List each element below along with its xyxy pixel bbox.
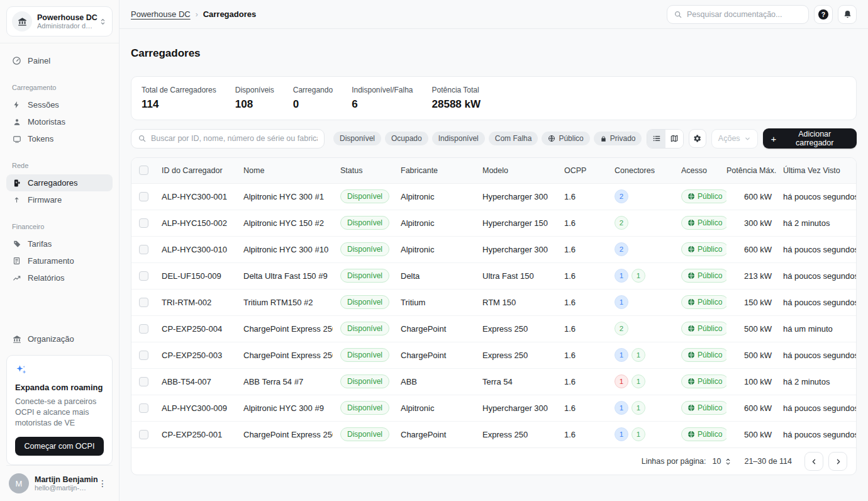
table-row[interactable]: ABB-T54-007 ABB Terra 54 #7 Disponível A… xyxy=(131,368,857,395)
chip-publico[interactable]: Público xyxy=(542,132,589,145)
rows-per-page-select[interactable]: 10 xyxy=(713,457,732,466)
table-row[interactable]: ALP-HYC300-010 Alpitronic HYC 300 #10 Di… xyxy=(131,236,857,262)
sidebar-nav: Painel Carregamento Sessões Motoristas T… xyxy=(0,43,119,501)
sparkles-icon xyxy=(15,364,104,376)
sidebar-item-faturamento[interactable]: Faturamento xyxy=(6,252,113,269)
breadcrumb-parent[interactable]: Powerhouse DC xyxy=(131,9,191,19)
chip-indisponivel[interactable]: Indisponível xyxy=(432,132,485,145)
map-view-button[interactable] xyxy=(665,130,683,148)
cell-model: RTM 150 xyxy=(475,289,557,315)
cell-max-power: 500 kW xyxy=(726,421,774,448)
sidebar-item-label: Painel xyxy=(28,56,50,65)
table-row[interactable]: CP-EXP250-001 ChargePoint Express 250 #1… xyxy=(131,421,857,448)
search-icon xyxy=(138,134,147,143)
cell-max-power: 600 kW xyxy=(726,236,774,262)
cell-charger-id: ALP-HYC300-001 xyxy=(154,183,236,210)
cell-last-seen: há 2 minutos xyxy=(774,210,857,236)
globe-icon xyxy=(687,245,695,253)
row-checkbox[interactable] xyxy=(139,192,148,201)
row-checkbox[interactable] xyxy=(139,351,148,360)
table-row[interactable]: CP-EXP250-003 ChargePoint Express 250 #3… xyxy=(131,342,857,368)
sidebar-item-label: Motoristas xyxy=(28,117,65,127)
chip-privado[interactable]: Privado xyxy=(594,132,642,145)
chargers-table-card: ID do Carregador Nome Status Fabricante … xyxy=(131,157,857,475)
table-footer: Linhas por página: 10 21–30 de 114 xyxy=(131,448,856,475)
stat-disponiveis: Disponíveis 108 xyxy=(235,86,274,111)
access-badge: Público xyxy=(681,427,726,441)
col-header-acesso: Acesso xyxy=(674,158,726,183)
sidebar-item-organizacao[interactable]: Organização xyxy=(6,330,113,347)
table-search-input[interactable] xyxy=(151,134,318,143)
sidebar-item-firmware[interactable]: Firmware xyxy=(6,191,113,208)
row-checkbox[interactable] xyxy=(139,403,148,413)
globe-icon xyxy=(687,272,695,279)
status-badge: Disponível xyxy=(340,374,389,388)
row-checkbox[interactable] xyxy=(139,324,148,334)
chip-com-falha[interactable]: Com Falha xyxy=(489,132,538,145)
rows-per-page-value: 10 xyxy=(713,457,721,466)
cell-model: Hypercharger 300 xyxy=(475,183,557,210)
table-row[interactable]: ALP-HYC300-009 Alpitronic HYC 300 #9 Dis… xyxy=(131,395,857,421)
next-page-button[interactable] xyxy=(828,452,847,471)
notifications-button[interactable] xyxy=(838,5,857,24)
trend-chart-icon xyxy=(12,274,21,283)
access-badge: Público xyxy=(681,322,726,335)
sidebar-item-carregadores[interactable]: Carregadores xyxy=(6,174,113,191)
cell-max-power: 150 kW xyxy=(726,289,774,315)
map-icon xyxy=(670,134,679,143)
docs-search[interactable] xyxy=(667,5,809,24)
connector-count-badge: 1 xyxy=(615,401,628,415)
help-button[interactable]: ? xyxy=(814,5,833,24)
cell-manufacturer: Tritium xyxy=(393,289,475,315)
cell-max-power: 100 kW xyxy=(726,368,774,395)
sidebar-item-relatorios[interactable]: Relatórios xyxy=(6,269,113,286)
table-settings-button[interactable] xyxy=(689,129,706,148)
sidebar-item-motoristas[interactable]: Motoristas xyxy=(6,113,113,130)
start-ocpi-button[interactable]: Começar com OCPI xyxy=(15,437,104,456)
add-charger-button[interactable]: + Adicionar carregador xyxy=(763,128,857,149)
docs-search-input[interactable] xyxy=(687,10,802,19)
charger-icon xyxy=(12,179,21,188)
sidebar-item-tokens[interactable]: Tokens xyxy=(6,130,113,147)
row-checkbox[interactable] xyxy=(139,218,148,228)
user-menu[interactable]: M Martijn Benjamin hello@martijn-benja..… xyxy=(6,465,113,501)
table-header-row: ID do Carregador Nome Status Fabricante … xyxy=(131,158,857,183)
actions-dropdown[interactable]: Ações xyxy=(711,129,758,149)
connector-badges: 11 xyxy=(615,427,645,441)
chip-disponivel[interactable]: Disponível xyxy=(333,132,381,145)
chip-ocupado[interactable]: Ocupado xyxy=(385,132,428,145)
list-view-button[interactable] xyxy=(647,130,665,148)
row-checkbox[interactable] xyxy=(139,271,148,281)
table-row[interactable]: DEL-UF150-009 Delta Ultra Fast 150 #9 Di… xyxy=(131,262,857,289)
cell-manufacturer: ABB xyxy=(393,368,475,395)
col-header-id: ID do Carregador xyxy=(154,158,236,183)
list-icon xyxy=(652,134,661,143)
table-search[interactable] xyxy=(131,129,325,149)
table-row[interactable]: ALP-HYC150-002 Alpitronic HYC 150 #2 Dis… xyxy=(131,210,857,236)
connector-count-badge: 1 xyxy=(615,295,628,309)
bolt-icon xyxy=(12,101,21,109)
cell-charger-name: ChargePoint Express 250 #1 xyxy=(236,421,333,448)
cell-charger-name: Alpitronic HYC 300 #1 xyxy=(236,183,333,210)
user-name: Martijn Benjamin xyxy=(35,475,89,484)
sidebar-item-tarifas[interactable]: Tarifas xyxy=(6,235,113,252)
cell-max-power: 600 kW xyxy=(726,395,774,421)
cell-last-seen: há 2 minutos xyxy=(774,368,857,395)
row-checkbox[interactable] xyxy=(139,377,148,386)
row-checkbox[interactable] xyxy=(139,245,148,254)
prev-page-button[interactable] xyxy=(804,452,823,471)
col-header-conectores: Conectores xyxy=(607,158,674,183)
sidebar-item-label: Faturamento xyxy=(28,256,74,266)
select-all-checkbox[interactable] xyxy=(139,166,148,175)
table-row[interactable]: ALP-HYC300-001 Alpitronic HYC 300 #1 Dis… xyxy=(131,183,857,210)
bell-icon xyxy=(843,9,852,19)
row-checkbox[interactable] xyxy=(139,430,148,439)
sidebar-item-sessoes[interactable]: Sessões xyxy=(6,96,113,113)
cell-max-power: 300 kW xyxy=(726,210,774,236)
org-switcher[interactable]: Powerhouse DC Administrador da ... xyxy=(6,6,113,37)
row-checkbox[interactable] xyxy=(139,298,148,307)
table-row[interactable]: CP-EXP250-004 ChargePoint Express 250 #4… xyxy=(131,315,857,342)
table-row[interactable]: TRI-RTM-002 Tritium RTM150 #2 Disponível… xyxy=(131,289,857,315)
kebab-menu-icon[interactable]: ⋮ xyxy=(95,477,110,490)
sidebar-item-painel[interactable]: Painel xyxy=(6,52,113,69)
